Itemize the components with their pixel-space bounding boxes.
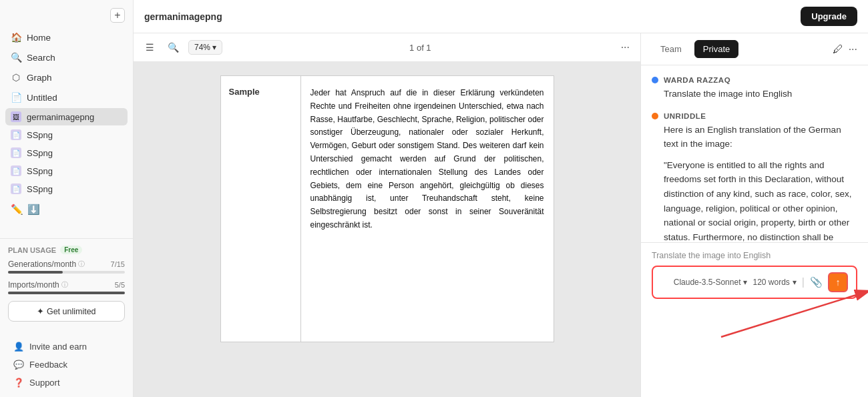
- edit-icon[interactable]: 🖊: [833, 43, 843, 55]
- send-icon: ↑: [836, 277, 841, 288]
- more-options-button[interactable]: ···: [618, 39, 632, 56]
- invite-icon: 👤: [13, 342, 24, 352]
- get-unlimited-button[interactable]: ✦ Get unlimited: [8, 301, 125, 322]
- chat-header-actions: 🖊 ···: [833, 43, 857, 55]
- model-label: Claude-3.5-Sonnet: [674, 278, 741, 287]
- tab-team[interactable]: Team: [652, 40, 690, 58]
- sidebar-doc-sspng3[interactable]: 📄 SSpng: [5, 162, 128, 179]
- page-title: germanimagepng: [144, 11, 222, 22]
- message-sender-user: WARDA RAZZAQ: [652, 76, 857, 84]
- document-icon: 📄: [11, 92, 21, 103]
- sidebar-item-support[interactable]: ❓ Support: [8, 374, 125, 392]
- input-controls: Claude-3.5-Sonnet ▾ 120 words ▾ | 📎 ↑: [674, 272, 848, 292]
- generations-progress-bar: [8, 271, 63, 274]
- page-label: Sample: [221, 76, 301, 342]
- model-selector-button[interactable]: Claude-3.5-Sonnet ▾: [674, 278, 748, 287]
- search-icon: 🔍: [11, 52, 21, 63]
- more-chat-icon[interactable]: ···: [849, 43, 857, 55]
- model-chevron-icon: ▾: [743, 278, 747, 287]
- doc-item-label: SSpng: [27, 148, 53, 158]
- document-viewer: ☰ 🔍 74% ▾ 1 of 1 ··· Sample Jeder hat An…: [134, 33, 641, 397]
- imports-progress-bar: [8, 292, 125, 294]
- generations-label: Generations/month: [8, 260, 76, 269]
- sidebar-doc-germanimagepng[interactable]: 🖼 germanimagepng: [5, 108, 128, 125]
- sidebar-item-home[interactable]: 🏠 Home: [5, 28, 128, 47]
- generations-progress: [8, 271, 125, 274]
- input-hint-text: Translate the image into English: [652, 250, 857, 262]
- support-icon: ❓: [13, 378, 24, 388]
- icon-download[interactable]: ⬇️: [27, 204, 40, 216]
- imports-label: Imports/month: [8, 280, 59, 290]
- sidebar-toggle-button[interactable]: ☰: [142, 39, 158, 55]
- ai-message-text: Here is an English translation of the Ge…: [664, 123, 857, 242]
- words-label: 120 words: [752, 278, 789, 287]
- doc-item-label: germanimagepng: [27, 112, 94, 122]
- sidebar-item-invite[interactable]: 👤 Invite and earn: [8, 338, 125, 356]
- user-message-text: Translate the image into English: [664, 87, 857, 101]
- sidebar-item-search[interactable]: 🔍 Search: [5, 48, 128, 67]
- page-body-text: Jeder hat Anspruch auf die in dieser Erk…: [301, 76, 554, 342]
- input-row: Claude-3.5-Sonnet ▾ 120 words ▾ | 📎 ↑: [652, 266, 857, 299]
- main-content: germanimagepng Upgrade ☰ 🔍 74% ▾ 1 of 1 …: [134, 0, 868, 397]
- zoom-chevron-icon: ▾: [212, 43, 216, 52]
- imports-count: 5/5: [115, 281, 125, 289]
- main-header: germanimagepng Upgrade: [134, 0, 868, 33]
- chat-panel: Team Private 🖊 ··· WARDA RAZZAQ: [641, 33, 868, 397]
- send-button[interactable]: ↑: [828, 272, 848, 292]
- sidebar-top: +: [0, 0, 133, 28]
- message-sender-ai: UNRIDDLE: [652, 112, 857, 120]
- ai-avatar-dot: [652, 113, 658, 119]
- sidebar-doc-sspng1[interactable]: 📄 SSpng: [5, 126, 128, 143]
- page-info: 1 of 1: [409, 43, 431, 53]
- doc-icon: 📄: [11, 165, 21, 176]
- sidebar-doc-sspng2[interactable]: 📄 SSpng: [5, 144, 128, 161]
- generations-count: 7/15: [111, 260, 125, 268]
- user-sender-name: WARDA RAZZAQ: [664, 76, 730, 84]
- doc-item-label: SSpng: [27, 166, 53, 176]
- page-content-box: Sample Jeder hat Anspruch auf die in die…: [220, 75, 554, 342]
- ai-sender-name: UNRIDDLE: [664, 112, 706, 120]
- doc-icon: 📄: [11, 129, 21, 140]
- imports-info-icon: ⓘ: [61, 280, 68, 290]
- footer-item-label: Support: [29, 378, 60, 388]
- doc-icon: 🖼: [11, 111, 21, 122]
- words-selector-button[interactable]: 120 words ▾: [752, 278, 796, 287]
- chat-tabs: Team Private: [652, 40, 738, 58]
- tab-private[interactable]: Private: [694, 40, 738, 58]
- imports-row: Imports/month ⓘ 5/5: [8, 280, 125, 290]
- ai-quote: "Everyone is entitled to all the rights …: [664, 158, 857, 242]
- zoom-control[interactable]: 74% ▾: [188, 40, 222, 55]
- doc-icon: 📄: [11, 183, 21, 194]
- chat-header: Team Private 🖊 ···: [641, 33, 868, 65]
- chat-input[interactable]: [661, 276, 668, 289]
- generations-row: Generations/month ⓘ 7/15: [8, 260, 125, 269]
- zoom-label: 74%: [194, 43, 210, 52]
- add-button[interactable]: +: [110, 8, 125, 23]
- input-divider: |: [802, 276, 805, 288]
- footer-item-label: Feedback: [29, 360, 67, 370]
- home-icon: 🏠: [11, 32, 21, 43]
- imports-progress: [8, 292, 125, 294]
- upgrade-button[interactable]: Upgrade: [801, 7, 857, 26]
- sidebar-item-label: Graph: [27, 73, 52, 83]
- sidebar-item-label: Search: [27, 53, 55, 63]
- sidebar-item-graph[interactable]: ⬡ Graph: [5, 68, 128, 87]
- graph-icon: ⬡: [11, 72, 21, 83]
- document-page: Sample Jeder hat Anspruch auf die in die…: [134, 62, 640, 397]
- feedback-icon: 💬: [13, 360, 24, 370]
- sidebar-item-untitled[interactable]: 📄 Untitled: [5, 88, 128, 107]
- doc-item-label: SSpng: [27, 184, 53, 194]
- sidebar-footer: 👤 Invite and earn 💬 Feedback ❓ Support: [0, 335, 133, 397]
- generations-info-icon: ⓘ: [78, 260, 85, 269]
- attach-icon[interactable]: 📎: [810, 276, 823, 288]
- sidebar-doc-sspng4[interactable]: 📄 SSpng: [5, 180, 128, 197]
- get-unlimited-label: ✦ Get unlimited: [37, 306, 95, 316]
- plan-badge: Free: [60, 246, 82, 254]
- sidebar-item-feedback[interactable]: 💬 Feedback: [8, 356, 125, 374]
- search-doc-button[interactable]: 🔍: [164, 39, 183, 55]
- doc-icon: 📄: [11, 147, 21, 158]
- icon-pencil[interactable]: ✏️: [11, 204, 23, 216]
- chat-input-area: Translate the image into English Claude-…: [641, 242, 868, 306]
- user-avatar-dot: [652, 77, 658, 83]
- footer-item-label: Invite and earn: [29, 342, 87, 352]
